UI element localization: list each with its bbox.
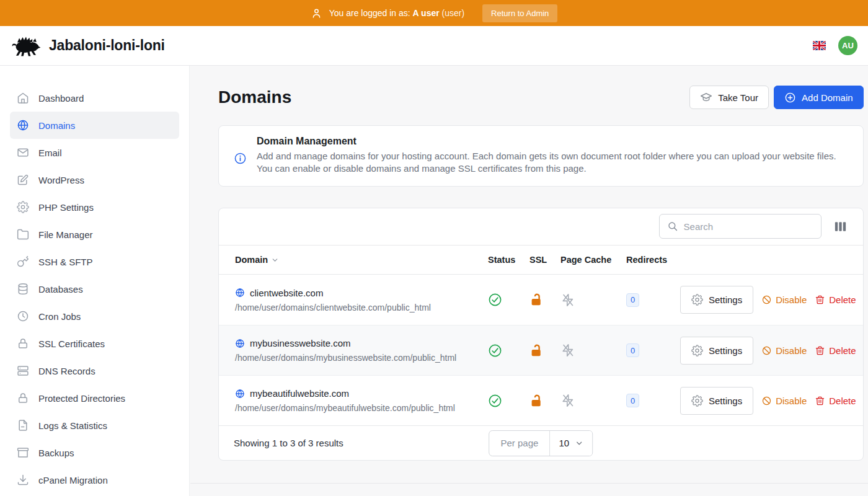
sidebar-item-file-manager[interactable]: File Manager xyxy=(10,221,179,248)
impersonation-message: You are logged in as: A user (user) xyxy=(329,8,464,18)
results-summary: Showing 1 to 3 of 3 results xyxy=(234,438,343,448)
domains-table: Domain Status SSL Page Cache Redirects c… xyxy=(218,208,864,461)
settings-button[interactable]: Settings xyxy=(680,387,753,415)
return-to-admin-button[interactable]: Return to Admin xyxy=(482,4,557,22)
settings-button[interactable]: Settings xyxy=(680,337,753,365)
ban-icon xyxy=(761,345,772,356)
page-cache-off-icon xyxy=(560,393,626,408)
impersonation-banner: You are logged in as: A user (user) Retu… xyxy=(0,0,868,26)
delete-button[interactable]: Delete xyxy=(815,345,856,356)
sidebar: Dashboard Domains Email WordPress PHP Se… xyxy=(0,66,190,496)
mail-icon xyxy=(17,146,29,159)
delete-button[interactable]: Delete xyxy=(815,396,856,406)
per-page-label: Per page xyxy=(490,431,551,456)
sidebar-item-label: WordPress xyxy=(38,175,84,185)
main-content: Domains Take Tour Add Domain Domain Mana… xyxy=(190,66,868,496)
domain-path: /home/user/domains/mybeautifulwebsite.co… xyxy=(235,403,488,413)
settings-button[interactable]: Settings xyxy=(680,286,753,314)
home-icon xyxy=(17,92,29,104)
chevron-down-icon xyxy=(271,256,279,264)
take-tour-button[interactable]: Take Tour xyxy=(689,86,769,109)
domain-name: clientwebsite.com xyxy=(250,288,323,298)
column-header-status: Status xyxy=(488,255,529,265)
sidebar-item-wordpress[interactable]: WordPress xyxy=(10,166,179,193)
add-domain-button[interactable]: Add Domain xyxy=(774,86,864,109)
page-title: Domains xyxy=(218,87,291,107)
sidebar-item-label: Logs & Statistics xyxy=(38,420,107,431)
sidebar-item-dashboard[interactable]: Dashboard xyxy=(10,84,179,112)
disable-button[interactable]: Disable xyxy=(761,345,807,356)
redirects-count-badge: 0 xyxy=(626,343,639,357)
sidebar-item-cron-jobs[interactable]: Cron Jobs xyxy=(10,303,179,330)
archive-icon xyxy=(17,446,29,459)
column-header-ssl: SSL xyxy=(529,255,560,265)
globe-icon xyxy=(235,389,245,399)
sidebar-item-label: Dashboard xyxy=(38,93,84,104)
sidebar-item-email[interactable]: Email xyxy=(10,139,179,166)
column-header-redirects: Redirects xyxy=(626,255,680,265)
domain-name: mybeautifulwebsite.com xyxy=(250,388,349,399)
sidebar-item-dns-records[interactable]: DNS Records xyxy=(10,357,179,384)
table-header-row: Domain Status SSL Page Cache Redirects xyxy=(219,245,863,275)
lock-icon xyxy=(17,337,29,350)
sidebar-item-label: Backups xyxy=(38,448,74,458)
trash-icon xyxy=(815,294,825,305)
columns-toggle-button[interactable] xyxy=(833,219,848,234)
table-row: mybusinesswebsite.com /home/user/domains… xyxy=(219,325,863,375)
lock-icon xyxy=(17,392,29,404)
disable-button[interactable]: Disable xyxy=(761,294,807,305)
app-header: Jabaloni-loni-loni AU xyxy=(0,26,868,66)
sidebar-item-label: Protected Directories xyxy=(38,393,125,404)
chevron-down-icon xyxy=(575,439,583,448)
sidebar-item-label: cPanel Migration xyxy=(38,475,108,485)
ban-icon xyxy=(761,396,772,406)
sidebar-item-domains[interactable]: Domains xyxy=(10,112,179,139)
folder-icon xyxy=(17,228,29,241)
gear-icon xyxy=(691,294,703,306)
column-header-domain[interactable]: Domain xyxy=(235,255,488,265)
sidebar-item-logs-statistics[interactable]: Logs & Statistics xyxy=(10,412,179,439)
sidebar-item-label: PHP Settings xyxy=(38,202,94,213)
brand: Jabaloni-loni-loni xyxy=(11,34,165,58)
per-page-select[interactable]: 10 xyxy=(550,431,592,456)
domain-path: /home/user/domains/clientwebsite.com/pub… xyxy=(235,303,488,312)
sidebar-item-databases[interactable]: Databases xyxy=(10,275,179,303)
bottom-divider xyxy=(190,483,868,484)
sidebar-item-protected-directories[interactable]: Protected Directories xyxy=(10,384,179,412)
gear-icon xyxy=(17,201,29,213)
sidebar-item-backups[interactable]: Backups xyxy=(10,439,179,466)
sidebar-item-label: Databases xyxy=(38,284,83,294)
disable-button[interactable]: Disable xyxy=(761,396,807,406)
redirects-count-badge: 0 xyxy=(626,394,639,407)
search-icon xyxy=(667,221,678,232)
file-icon xyxy=(17,419,29,432)
sidebar-item-ssl-certificates[interactable]: SSL Certificates xyxy=(10,330,179,357)
globe-icon xyxy=(235,288,245,298)
info-box-title: Domain Management xyxy=(257,136,836,147)
status-enabled-icon xyxy=(488,343,529,358)
avatar[interactable]: AU xyxy=(838,36,857,55)
gear-icon xyxy=(691,345,703,356)
table-row: clientwebsite.com /home/user/domains/cli… xyxy=(219,275,863,325)
search-input[interactable] xyxy=(684,221,813,232)
trash-icon xyxy=(815,345,825,356)
sidebar-item-label: SSL Certificates xyxy=(38,339,105,349)
delete-button[interactable]: Delete xyxy=(815,294,856,305)
sidebar-item-ssh-sftp[interactable]: SSH & SFTP xyxy=(10,248,179,275)
ban-icon xyxy=(761,294,772,305)
globe-icon xyxy=(235,339,245,348)
search-box xyxy=(659,214,822,239)
brand-title: Jabaloni-loni-loni xyxy=(49,37,165,54)
graduation-cap-icon xyxy=(700,91,712,104)
status-enabled-icon xyxy=(488,394,529,408)
column-header-page-cache: Page Cache xyxy=(560,255,626,265)
sidebar-item-cpanel-migration[interactable]: cPanel Migration xyxy=(10,466,179,494)
language-flag-icon[interactable] xyxy=(813,41,826,50)
table-footer: Showing 1 to 3 of 3 results Per page 10 xyxy=(219,425,863,460)
domain-path: /home/user/domains/mybusinesswebsite.com… xyxy=(235,353,488,363)
clock-icon xyxy=(17,310,29,322)
sidebar-item-php-settings[interactable]: PHP Settings xyxy=(10,193,179,221)
sidebar-item-label: DNS Records xyxy=(38,366,95,376)
redirects-count-badge: 0 xyxy=(626,293,639,307)
per-page-control: Per page 10 xyxy=(489,430,593,456)
